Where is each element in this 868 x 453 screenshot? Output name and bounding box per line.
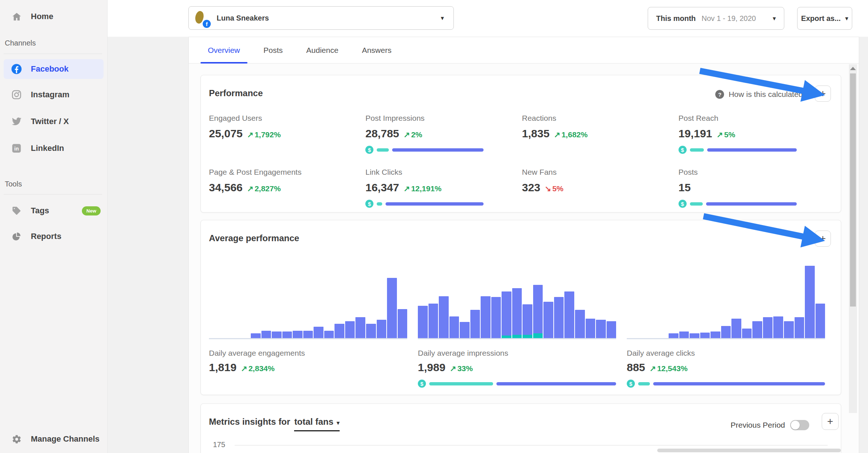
paid-organic-bar: $ <box>365 146 484 154</box>
bar <box>607 321 616 338</box>
bar <box>460 322 470 338</box>
chart-value: 885 <box>627 361 645 374</box>
add-metric-button[interactable]: + <box>815 231 831 247</box>
bar <box>355 317 365 338</box>
bar <box>366 324 376 338</box>
dollar-icon: $ <box>365 200 373 208</box>
how-calculated-link[interactable]: ? How is this calculated? <box>715 90 807 99</box>
organic-segment <box>653 382 825 385</box>
channel-selector-dropdown[interactable]: f Luna Sneakers ▾ <box>188 6 454 30</box>
sidebar-item-label: Twitter / X <box>31 117 69 126</box>
trend-arrow-icon: ↗ <box>247 130 254 139</box>
scrollbar-thumb[interactable] <box>850 73 856 307</box>
bar-chart <box>209 258 407 339</box>
horizontal-scrollbar-thumb[interactable] <box>657 449 841 452</box>
sidebar-item-instagram[interactable]: Instagram <box>0 85 107 104</box>
sidebar-item-reports[interactable]: Reports <box>0 227 107 246</box>
delta-value: 2% <box>411 130 422 139</box>
chart-delta: ↗12,543% <box>650 364 688 373</box>
tab-overview[interactable]: Overview <box>199 37 249 63</box>
paid-organic-bar: $ <box>418 380 616 388</box>
sidebar-item-facebook[interactable]: Facebook <box>4 59 104 79</box>
metric-label: Link Clicks <box>365 168 522 177</box>
bar <box>481 296 491 338</box>
metric-label: New Fans <box>522 168 679 177</box>
metric-reactions: Reactions 1,835 ↗1,682% $ <box>522 114 679 154</box>
selector-label: total fans <box>294 417 333 427</box>
chart-label: Daily average clicks <box>627 349 825 358</box>
trend-arrow-icon: ↗ <box>241 364 247 373</box>
bar <box>763 317 773 338</box>
metric-value: 15 <box>679 181 691 194</box>
bar <box>251 333 261 338</box>
metric-selector-dropdown[interactable]: total fans ▾ <box>294 417 339 431</box>
tab-answers[interactable]: Answers <box>353 37 401 63</box>
divider <box>4 54 102 54</box>
metric-label: Page & Post Engagements <box>209 168 365 177</box>
main-panel: Overview Posts Audience Answers Performa… <box>188 37 859 453</box>
top-toolbar: f Luna Sneakers ▾ This month Nov 1 - 19,… <box>108 0 868 37</box>
metric-new-fans: New Fans 323 ↘5% $ <box>522 168 679 208</box>
charts-row: Daily average engagements 1,819 ↗2,834% … <box>209 258 835 388</box>
bar <box>586 319 596 338</box>
delta-value: 5% <box>724 130 735 139</box>
paid-organic-bar: $ <box>627 380 825 388</box>
delta-value: 12,191% <box>411 184 442 193</box>
chart-value: 1,819 <box>209 361 236 374</box>
metric-delta: ↗5% <box>717 130 735 139</box>
trend-arrow-icon: ↗ <box>717 130 723 139</box>
metric-value: 323 <box>522 181 540 194</box>
vertical-scrollbar <box>849 64 857 413</box>
metric-post-impressions: Post Impressions 28,785 ↗2% $ <box>365 114 522 154</box>
metric-label: Post Impressions <box>365 114 522 123</box>
facebook-badge-icon: f <box>202 19 211 29</box>
metric-delta: ↗1,682% <box>554 130 588 139</box>
metric-posts: Posts 15 $ <box>679 168 835 208</box>
previous-period-toggle[interactable] <box>790 420 809 430</box>
delta-value: 1,792% <box>254 130 281 139</box>
metric-value: 28,785 <box>365 127 399 140</box>
metric-delta: ↗2% <box>404 130 422 139</box>
metric-value: 34,566 <box>209 181 243 194</box>
tab-posts[interactable]: Posts <box>255 37 292 63</box>
bar <box>428 304 438 338</box>
date-range: Nov 1 - 19, 2020 <box>702 14 756 23</box>
add-metric-button[interactable]: + <box>815 86 831 102</box>
bar <box>784 321 794 338</box>
metric-value: 1,835 <box>522 127 550 140</box>
sidebar-item-twitter[interactable]: Twitter / X <box>0 112 107 131</box>
scroll-up-arrow-icon[interactable] <box>850 67 856 70</box>
bar <box>334 324 344 338</box>
average-performance-card: Average performance + Daily average enga… <box>200 220 841 395</box>
metric-delta: ↗2,827% <box>247 184 281 193</box>
chart-daily-average-engagements: Daily average engagements 1,819 ↗2,834% … <box>209 258 407 388</box>
sidebar-item-tags[interactable]: Tags New <box>0 201 107 220</box>
gridline <box>235 445 828 446</box>
bar <box>345 321 355 338</box>
chevron-down-icon: ▾ <box>441 14 444 22</box>
home-icon <box>11 11 22 22</box>
sidebar-item-manage-channels[interactable]: Manage Channels <box>0 430 107 449</box>
bar <box>502 291 511 338</box>
sidebar-item-home[interactable]: Home <box>0 7 107 26</box>
organic-segment <box>496 382 616 385</box>
date-range-dropdown[interactable]: This month Nov 1 - 19, 2020 ▾ <box>648 7 784 30</box>
bar <box>731 319 741 338</box>
metric-delta: ↗1,792% <box>247 130 281 139</box>
bar <box>449 316 459 338</box>
export-dropdown[interactable]: Export as... ▾ <box>797 7 852 30</box>
divider <box>4 194 102 195</box>
add-metric-button[interactable]: + <box>822 413 839 430</box>
y-axis-tick: 175 <box>213 441 225 449</box>
metric-value: 25,075 <box>209 127 243 140</box>
bar <box>261 331 271 338</box>
bar <box>314 327 323 338</box>
sidebar: Home Channels Facebook Instagram Twitter… <box>0 0 108 453</box>
metrics-insights-card: Metrics insights for total fans ▾ Previo… <box>200 403 841 453</box>
bar <box>293 331 303 338</box>
tab-audience[interactable]: Audience <box>297 37 347 63</box>
sidebar-item-linkedin[interactable]: in LinkedIn <box>0 139 107 158</box>
bar <box>303 331 313 338</box>
bar <box>564 291 574 338</box>
metric-post-reach: Post Reach 19,191 ↗5% $ <box>679 114 835 154</box>
